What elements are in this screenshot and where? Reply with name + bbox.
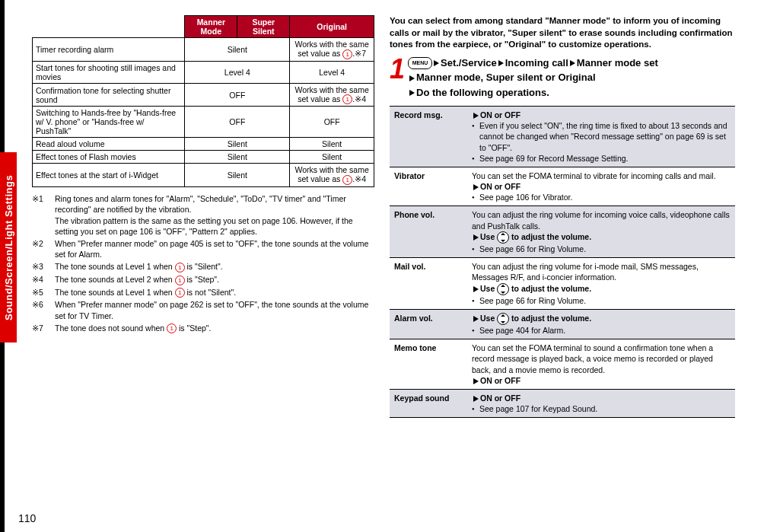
- arrow-icon: [409, 75, 415, 81]
- note-tag: ※5: [32, 287, 55, 298]
- settings-plain-line: You can set the FOMA terminal to vibrate…: [472, 170, 731, 181]
- mode-row-original: Works with the same set value as 1.※7: [290, 38, 374, 62]
- note-tag: ※2: [32, 238, 55, 260]
- settings-key: Keypad sound: [390, 389, 467, 417]
- notes-list: ※1Ring tones and alarm tones for "Alarm"…: [32, 193, 374, 333]
- note-text: When "Prefer manner mode" on page 262 is…: [55, 299, 374, 320]
- settings-bold-text: Use to adjust the volume.: [480, 314, 591, 323]
- mode-row-original: OFF: [290, 107, 374, 138]
- settings-action-line: ON or OFF: [472, 110, 731, 120]
- settings-action-line: ON or OFF: [472, 375, 731, 386]
- note-text: The tone does not sound when 1 is "Step"…: [55, 323, 374, 334]
- settings-value: Use to adjust the volume.●See page 404 f…: [467, 309, 735, 339]
- step-1: 1 MENUSet./ServiceIncoming callManner mo…: [390, 56, 735, 100]
- settings-value: ON or OFF●Even if you select "ON", the r…: [467, 107, 735, 167]
- modes-table: Manner ModeSuper SilentOriginal Timer re…: [32, 15, 374, 187]
- mode-row-label: Effect tones at the start of i-Widget: [33, 164, 185, 187]
- bullet-dot: ●: [472, 295, 479, 306]
- settings-bold-text: ON or OFF: [480, 376, 520, 385]
- path-1: Set./Service: [441, 57, 497, 68]
- settings-key: Record msg.: [390, 107, 467, 167]
- arrow-icon: [473, 378, 479, 384]
- arrow-icon: [434, 60, 439, 66]
- settings-row: Record msg.ON or OFF●Even if you select …: [390, 107, 735, 167]
- dpad-icon: [497, 283, 509, 295]
- bullet-text: Even if you select "ON", the ring time i…: [479, 120, 731, 153]
- settings-bullet-line: ●See page 69 for Record Message Setting.: [472, 153, 731, 164]
- note-text: The tone sounds at Level 1 when 1 is not…: [55, 287, 374, 298]
- mode-row-label: Read aloud volume: [33, 138, 185, 151]
- mode-row-label: Start tones for shooting still images an…: [33, 61, 185, 83]
- bullet-text: See page 107 for Keypad Sound.: [479, 403, 597, 414]
- modes-header: [33, 16, 185, 38]
- bullet-dot: ●: [472, 192, 479, 202]
- note-row: ※1Ring tones and alarm tones for "Alarm"…: [32, 193, 374, 237]
- bullet-text: See page 404 for Alarm.: [479, 325, 565, 336]
- step-line3: Do the following operations.: [416, 87, 549, 98]
- note-text: The tone sounds at Level 1 when 1 is "Si…: [55, 261, 374, 272]
- modes-header: Original: [290, 16, 374, 38]
- settings-bold-text: Use to adjust the volume.: [480, 284, 591, 293]
- modes-header: Manner Mode: [185, 16, 237, 38]
- mode-row-manner: Silent: [185, 138, 290, 151]
- step-number: 1: [390, 56, 405, 83]
- arrow-icon: [473, 286, 479, 292]
- bullet-text: See page 66 for Ring Volume.: [479, 295, 586, 306]
- settings-bullet-line: ●See page 106 for Vibrator.: [472, 192, 731, 202]
- settings-key: Mail vol.: [390, 258, 467, 310]
- mode-row-label: Timer recording alarm: [33, 38, 185, 62]
- mode-row-original: Silent: [290, 151, 374, 164]
- left-column: Manner ModeSuper SilentOriginal Timer re…: [32, 15, 374, 335]
- settings-value: You can adjust the ring volume for incom…: [467, 206, 735, 258]
- note-row: ※3The tone sounds at Level 1 when 1 is "…: [32, 261, 374, 272]
- bullet-dot: ●: [472, 120, 479, 153]
- bullet-dot: ●: [472, 325, 479, 336]
- circled-1-icon: 1: [342, 175, 352, 185]
- circled-1-icon: 1: [342, 49, 352, 59]
- settings-bullet-line: ●See page 66 for Ring Volume.: [472, 244, 731, 254]
- settings-bullet-line: ●See page 404 for Alarm.: [472, 325, 731, 336]
- arrow-icon: [473, 234, 479, 241]
- step-line2: Manner mode, Super silent or Original: [416, 72, 596, 83]
- note-text: The tone sounds at Level 2 when 1 is "St…: [55, 274, 374, 285]
- mode-row-manner: Silent: [185, 164, 290, 187]
- settings-plain-line: You can set the FOMA terminal to sound a…: [472, 342, 731, 375]
- bullet-text: See page 106 for Vibrator.: [479, 192, 572, 202]
- step-body: MENUSet./ServiceIncoming callManner mode…: [408, 56, 658, 100]
- settings-key: Memo tone: [390, 339, 467, 390]
- mode-row-manner: OFF: [185, 107, 290, 138]
- bullet-text: See page 69 for Record Message Setting.: [479, 153, 629, 164]
- note-tag: ※3: [32, 261, 55, 272]
- settings-bullet-line: ●See page 107 for Keypad Sound.: [472, 403, 731, 414]
- settings-row: Memo toneYou can set the FOMA terminal t…: [390, 339, 735, 390]
- mode-row-label: Switching to Hands-free by "Hands-free w…: [33, 107, 185, 138]
- side-tab: Sound/Screen/Light Settings: [0, 152, 17, 342]
- arrow-icon: [570, 60, 575, 66]
- settings-plain-line: You can adjust the ring volume for incom…: [472, 209, 731, 231]
- note-tag: ※6: [32, 299, 55, 320]
- settings-row: Alarm vol.Use to adjust the volume.●See …: [390, 309, 735, 339]
- page-number: 110: [18, 512, 36, 524]
- note-row: ※5The tone sounds at Level 1 when 1 is n…: [32, 287, 374, 298]
- note-text: Ring tones and alarm tones for "Alarm", …: [55, 193, 374, 237]
- mode-row-original: Works with the same set value as 1.※4: [290, 83, 374, 107]
- mode-row-manner: OFF: [185, 83, 290, 107]
- mode-row-manner: Silent: [185, 151, 290, 164]
- settings-row: VibratorYou can set the FOMA terminal to…: [390, 167, 735, 206]
- arrow-icon: [473, 113, 479, 119]
- modes-header: Super Silent: [237, 16, 290, 38]
- right-column: You can select from among standard "Mann…: [390, 15, 735, 418]
- dpad-icon: [497, 231, 509, 244]
- note-row: ※6When "Prefer manner mode" on page 262 …: [32, 299, 374, 320]
- settings-row: Mail vol.You can adjust the ring volume …: [390, 258, 735, 310]
- settings-action-line: Use to adjust the volume.: [472, 283, 731, 295]
- note-row: ※4The tone sounds at Level 2 when 1 is "…: [32, 274, 374, 285]
- settings-key: Phone vol.: [390, 206, 467, 258]
- menu-icon: MENU: [408, 57, 432, 69]
- mode-row-label: Effect tones of Flash movies: [33, 151, 185, 164]
- path-3: Manner mode set: [577, 57, 658, 68]
- bullet-dot: ●: [472, 403, 479, 414]
- settings-key: Vibrator: [390, 167, 467, 206]
- note-tag: ※1: [32, 193, 55, 237]
- mode-row-label: Confirmation tone for selecting shutter …: [33, 83, 185, 107]
